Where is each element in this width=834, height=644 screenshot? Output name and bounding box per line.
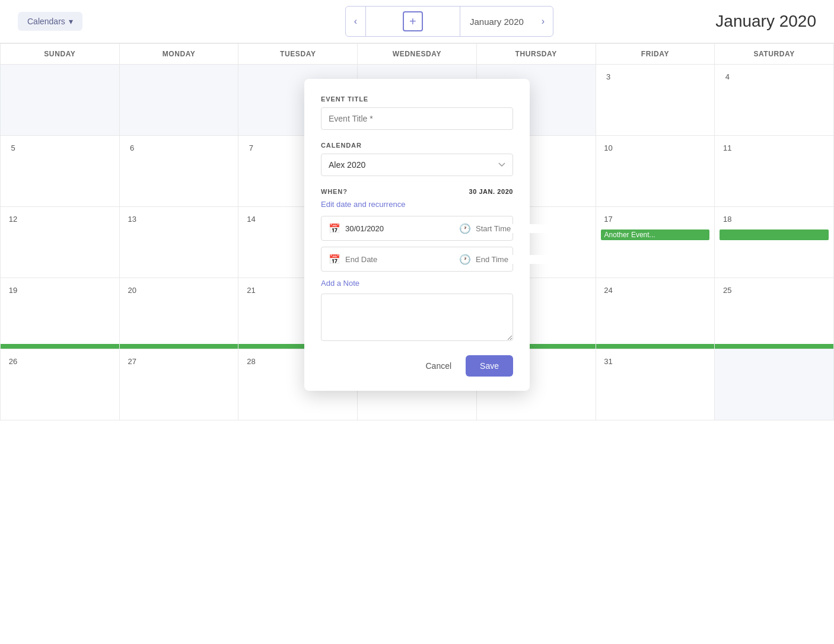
prev-month-button[interactable]: ‹ [346, 11, 365, 31]
event-bar-week [120, 344, 238, 349]
when-row: WHEN? 30 JAN. 2020 [321, 188, 513, 195]
chevron-down-icon: ▾ [69, 17, 73, 26]
calendar-select[interactable]: Alex 2020 [321, 154, 513, 176]
day-cell-other[interactable] [715, 349, 834, 420]
note-textarea[interactable] [321, 294, 513, 341]
event-bar-week [1, 344, 119, 349]
day-cell[interactable]: 3 [596, 65, 715, 136]
day-header-tue: TUESDAY [238, 44, 358, 65]
edit-recurrence-link[interactable]: Edit date and recurrence [321, 200, 405, 209]
clock-end-icon: 🕐 [459, 254, 471, 265]
day-cell[interactable] [1, 65, 120, 136]
day-number: 19 [5, 283, 21, 298]
when-label: WHEN? [321, 188, 348, 195]
day-cell[interactable]: 6 [120, 136, 239, 207]
month-nav: ‹ + January 2020 › [345, 6, 554, 37]
event-bar-week [715, 344, 833, 349]
day-number: 7 [243, 141, 259, 156]
day-number: 20 [125, 283, 140, 298]
day-cell-24[interactable]: 24 [596, 278, 715, 349]
start-time-input[interactable] [476, 224, 575, 233]
day-number: 17 [601, 212, 616, 227]
day-number: 4 [720, 69, 735, 85]
calendars-button[interactable]: Calendars ▾ [18, 12, 82, 31]
event-bar-week [596, 344, 715, 349]
add-event-button[interactable]: + [403, 11, 423, 31]
save-button[interactable]: Save [466, 355, 513, 377]
event-modal: EVENT TITLE CALENDAR Alex 2020 WHEN? 30 … [304, 79, 530, 391]
event-title-label: EVENT TITLE [321, 95, 513, 103]
day-number: 31 [601, 354, 616, 369]
end-date-input[interactable] [345, 255, 445, 264]
day-cell[interactable]: 13 [120, 207, 239, 278]
calendar-icon: 📅 [329, 223, 340, 234]
day-number: 14 [243, 212, 259, 227]
clock-icon: 🕐 [459, 223, 471, 234]
page-title: January 2020 [715, 12, 816, 31]
calendar-end-icon: 📅 [329, 254, 340, 265]
day-number: 12 [5, 212, 21, 227]
nav-add-group: + [365, 7, 460, 36]
day-cell-27[interactable]: 27 [120, 349, 239, 420]
day-header-sun: SUNDAY [1, 44, 120, 65]
day-cell[interactable] [120, 65, 239, 136]
day-cell[interactable]: 10 [596, 136, 715, 207]
day-number: 10 [601, 141, 616, 156]
day-header-wed: WEDNESDAY [358, 44, 477, 65]
end-datetime-row: 📅 🕐 [321, 247, 513, 272]
end-time-input[interactable] [476, 255, 575, 264]
day-number: 26 [5, 354, 21, 369]
start-datetime-row: 📅 🕐 [321, 216, 513, 241]
day-cell[interactable]: 12 [1, 207, 120, 278]
day-cell[interactable]: 5 [1, 136, 120, 207]
day-cell-25[interactable]: 25 [715, 278, 834, 349]
day-cell-17[interactable]: 17 Another Event... [596, 207, 715, 278]
day-cell[interactable]: 4 [715, 65, 834, 136]
event-title-input[interactable] [321, 107, 513, 130]
calendars-label: Calendars [27, 17, 65, 26]
day-number: 28 [243, 354, 259, 369]
header: Calendars ▾ ‹ + January 2020 › January 2… [0, 0, 834, 43]
start-date-input[interactable] [345, 224, 445, 233]
day-header-mon: MONDAY [120, 44, 239, 65]
day-cell-26[interactable]: 26 [1, 349, 120, 420]
calendar-section-label: CALENDAR [321, 142, 513, 149]
day-header-fri: FRIDAY [596, 44, 715, 65]
day-cell-20[interactable]: 20 [120, 278, 239, 349]
day-number: 13 [125, 212, 140, 227]
day-cell-31[interactable]: 31 [596, 349, 715, 420]
event-bar[interactable]: Another Event... [601, 229, 710, 240]
day-number: 18 [720, 212, 735, 227]
add-note-link[interactable]: Add a Note [321, 279, 359, 288]
day-number: 6 [125, 141, 140, 156]
day-number: 21 [243, 283, 259, 298]
day-cell-18[interactable]: 18 [715, 207, 834, 278]
day-number: 25 [720, 283, 735, 298]
day-cell-19[interactable]: 19 [1, 278, 120, 349]
day-header-sat: SATURDAY [715, 44, 834, 65]
day-number: 3 [601, 69, 616, 85]
cancel-button[interactable]: Cancel [418, 356, 459, 375]
next-month-button[interactable]: › [533, 11, 553, 31]
day-header-thu: THURSDAY [477, 44, 596, 65]
nav-month-label: January 2020 [460, 12, 533, 31]
when-date: 30 JAN. 2020 [469, 188, 513, 195]
day-number: 5 [5, 141, 21, 156]
day-cell[interactable]: 11 [715, 136, 834, 207]
day-number: 27 [125, 354, 140, 369]
event-bar-continued[interactable] [720, 229, 829, 240]
day-number: 11 [720, 141, 735, 156]
calendar-wrap: SUNDAY MONDAY TUESDAY WEDNESDAY THURSDAY… [0, 43, 834, 420]
day-number: 24 [601, 283, 616, 298]
modal-actions: Cancel Save [321, 355, 513, 377]
